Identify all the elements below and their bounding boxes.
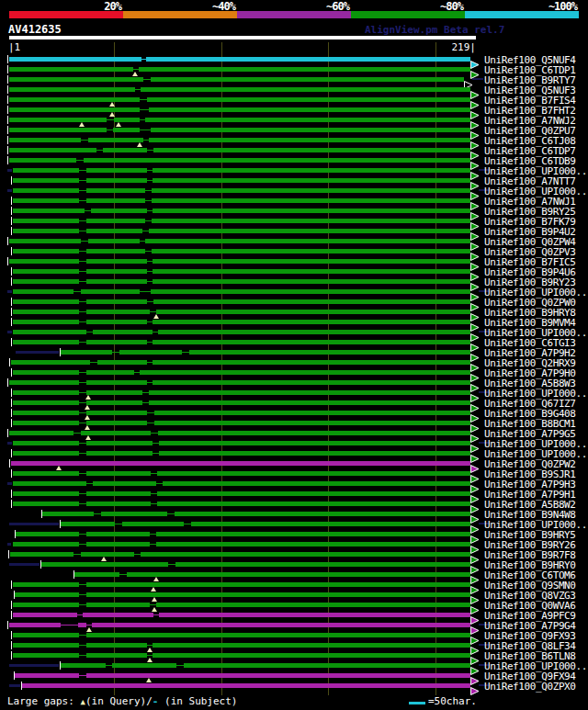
alignment-bar-segment[interactable] — [139, 67, 470, 72]
alignment-bar-segment[interactable] — [86, 673, 470, 678]
alignment-bar-segment[interactable] — [9, 259, 79, 264]
alignment-bar-segment[interactable] — [153, 643, 470, 648]
alignment-bar-segment[interactable] — [13, 411, 79, 415]
alignment-bar-segment[interactable] — [9, 107, 140, 112]
alignment-bar-segment[interactable] — [156, 310, 470, 314]
alignment-bar-segment[interactable] — [149, 390, 470, 395]
alignment-bar-segment[interactable] — [13, 330, 86, 334]
alignment-bar-segment[interactable] — [153, 148, 470, 152]
alignment-bar-segment[interactable] — [13, 310, 79, 314]
alignment-bar-segment[interactable] — [156, 603, 470, 607]
alignment-bar-segment[interactable] — [141, 87, 470, 92]
alignment-bar-segment[interactable] — [13, 299, 79, 304]
alignment-bar-segment[interactable] — [13, 441, 79, 445]
alignment-bar-segment[interactable] — [13, 451, 79, 456]
alignment-bar-segment[interactable] — [61, 663, 106, 668]
alignment-bar-segment[interactable] — [86, 643, 147, 648]
alignment-bar-segment[interactable] — [13, 289, 74, 294]
alignment-bar-segment[interactable] — [153, 299, 470, 304]
alignment-bar-segment[interactable] — [154, 411, 470, 415]
alignment-bar-segment[interactable] — [151, 289, 470, 294]
alignment-bar-segment[interactable] — [86, 400, 142, 405]
alignment-bar-segment[interactable] — [13, 582, 79, 587]
alignment-bar-segment[interactable] — [157, 471, 470, 476]
alignment-bar-segment[interactable] — [10, 552, 74, 557]
alignment-bar-segment[interactable] — [13, 219, 79, 223]
alignment-bar-segment[interactable] — [86, 310, 150, 314]
alignment-bar-segment[interactable] — [84, 158, 470, 163]
alignment-bar-segment[interactable] — [149, 400, 470, 405]
alignment-bar-segment[interactable] — [13, 188, 79, 193]
alignment-bar-segment[interactable] — [119, 350, 182, 355]
alignment-bar-segment[interactable] — [86, 370, 134, 375]
alignment-bar-segment[interactable] — [153, 360, 470, 365]
alignment-bar-segment[interactable] — [86, 229, 142, 233]
alignment-bar-segment[interactable] — [153, 653, 470, 658]
alignment-bar-segment[interactable] — [86, 582, 470, 587]
alignment-bar-segment[interactable] — [86, 441, 153, 445]
alignment-bar-segment[interactable] — [13, 390, 79, 395]
alignment-bar-segment[interactable] — [41, 562, 168, 567]
alignment-bar-segment[interactable] — [86, 451, 153, 456]
alignment-bar-segment[interactable] — [13, 643, 79, 648]
alignment-bar-segment[interactable] — [13, 279, 79, 284]
alignment-bar-segment[interactable] — [13, 633, 79, 637]
alignment-bar-segment[interactable] — [153, 269, 470, 274]
alignment-bar-segment[interactable] — [9, 138, 81, 142]
alignment-bar-segment[interactable] — [153, 178, 470, 183]
alignment-bar-segment[interactable] — [86, 421, 147, 425]
alignment-bar-segment[interactable] — [9, 239, 81, 243]
alignment-bar-segment[interactable] — [141, 552, 470, 557]
alignment-bar-segment[interactable] — [86, 219, 145, 223]
alignment-bar-segment[interactable] — [149, 138, 470, 142]
alignment-bar-segment[interactable] — [86, 592, 470, 597]
alignment-bar-segment[interactable] — [86, 532, 150, 536]
alignment-bar-segment[interactable] — [149, 229, 470, 233]
alignment-bar-segment[interactable] — [86, 198, 145, 203]
alignment-bar-segment[interactable] — [13, 502, 79, 506]
alignment-bar-segment[interactable] — [88, 138, 143, 142]
alignment-bar-segment[interactable] — [61, 350, 112, 355]
alignment-bar-segment[interactable] — [81, 552, 134, 557]
alignment-bar-segment[interactable] — [163, 481, 470, 486]
alignment-bar-segment[interactable] — [9, 128, 107, 132]
alignment-bar-segment[interactable] — [13, 208, 85, 213]
alignment-bar-segment[interactable] — [13, 653, 79, 658]
alignment-bar-segment[interactable] — [86, 320, 147, 324]
alignment-bar-segment[interactable] — [156, 542, 470, 547]
alignment-bar-segment[interactable] — [13, 471, 79, 476]
alignment-bar-segment[interactable] — [13, 603, 79, 607]
alignment-bar-segment[interactable] — [86, 340, 147, 344]
alignment-bar-segment[interactable] — [153, 320, 470, 324]
alignment-bar-segment[interactable] — [86, 259, 147, 264]
alignment-bar-segment[interactable] — [86, 603, 150, 607]
alignment-bar-segment[interactable] — [153, 259, 470, 264]
alignment-bar-segment[interactable] — [13, 249, 79, 254]
alignment-bar-segment[interactable] — [9, 118, 107, 122]
alignment-bar-segment[interactable] — [103, 148, 147, 152]
alignment-bar-segment[interactable] — [154, 421, 470, 425]
alignment-bar-segment[interactable] — [175, 562, 470, 567]
alignment-bar-segment[interactable] — [91, 208, 147, 213]
alignment-bar-segment[interactable] — [13, 229, 79, 233]
alignment-bar-segment[interactable] — [15, 673, 79, 678]
hit-label[interactable]: UniRef100_Q0ZPX0 — [484, 681, 576, 693]
alignment-bar-segment[interactable] — [9, 97, 140, 102]
alignment-bar-segment[interactable] — [13, 481, 86, 486]
alignment-bar-segment[interactable] — [159, 613, 470, 617]
alignment-bar-segment[interactable] — [175, 512, 470, 516]
alignment-bar-segment[interactable] — [9, 623, 61, 627]
alignment-bar-segment[interactable] — [13, 198, 79, 203]
alignment-bar-segment[interactable] — [153, 168, 470, 173]
alignment-bar-segment[interactable] — [13, 370, 79, 375]
alignment-bar-segment[interactable] — [101, 512, 167, 516]
alignment-bar-segment[interactable] — [158, 431, 470, 435]
alignment-bar-segment[interactable] — [157, 491, 470, 496]
alignment-bar-segment[interactable] — [13, 491, 79, 496]
alignment-bar-segment[interactable] — [9, 431, 74, 435]
alignment-bar-segment[interactable] — [13, 320, 79, 324]
alignment-bar-segment[interactable] — [153, 279, 470, 284]
alignment-bar-segment[interactable] — [86, 542, 150, 547]
alignment-bar-segment[interactable] — [9, 67, 133, 72]
alignment-bar-segment[interactable] — [81, 431, 151, 435]
